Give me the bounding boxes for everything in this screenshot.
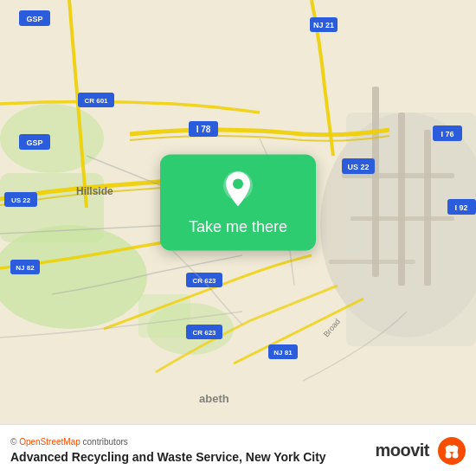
svg-rect-7: [346, 113, 476, 346]
svg-point-2: [0, 104, 104, 173]
svg-text:GSP: GSP: [26, 138, 42, 147]
svg-rect-5: [138, 294, 190, 338]
svg-point-47: [453, 452, 459, 458]
svg-text:CR 623: CR 623: [192, 329, 216, 337]
attribution-link[interactable]: OpenStreetMap: [19, 437, 80, 447]
map-attribution: © OpenStreetMap contributors: [10, 437, 375, 447]
svg-text:CR 601: CR 601: [84, 97, 108, 105]
moovit-text: moovit: [375, 441, 429, 460]
svg-text:I 78: I 78: [196, 125, 211, 134]
moovit-logo: moovit: [375, 437, 466, 465]
svg-text:NJ 82: NJ 82: [16, 264, 35, 272]
svg-text:GSP: GSP: [26, 15, 42, 23]
map-container: I 78 US 22 NJ 21 I 76 I 92 GSP CR 601 GS…: [0, 0, 476, 424]
svg-text:US 22: US 22: [347, 163, 369, 171]
attribution-suffix: contributors: [80, 437, 128, 447]
svg-rect-10: [424, 130, 431, 286]
svg-rect-8: [372, 87, 379, 277]
take-me-there-label: Take me there: [189, 218, 287, 236]
svg-text:CR 623: CR 623: [192, 277, 216, 285]
attribution-prefix: ©: [10, 437, 19, 447]
svg-text:I 92: I 92: [454, 203, 467, 212]
footer-bar: © OpenStreetMap contributors Advanced Re…: [0, 424, 476, 476]
svg-text:NJ 81: NJ 81: [273, 349, 293, 357]
svg-text:NJ 21: NJ 21: [313, 21, 334, 29]
svg-text:US 22: US 22: [11, 196, 31, 204]
footer-left: © OpenStreetMap contributors Advanced Re…: [10, 437, 375, 464]
moovit-icon: [438, 437, 466, 465]
location-pin-icon: [222, 170, 254, 211]
svg-rect-12: [351, 216, 454, 221]
svg-point-46: [446, 452, 452, 458]
take-me-there-button[interactable]: Take me there: [160, 154, 316, 250]
svg-point-44: [233, 178, 243, 189]
svg-text:I 76: I 76: [441, 130, 453, 138]
svg-text:Hillside: Hillside: [76, 185, 113, 197]
svg-text:abeth: abeth: [199, 392, 229, 405]
svg-rect-13: [329, 260, 415, 264]
svg-rect-3: [0, 173, 104, 242]
location-title: Advanced Recycling and Waste Service, Ne…: [10, 450, 375, 464]
